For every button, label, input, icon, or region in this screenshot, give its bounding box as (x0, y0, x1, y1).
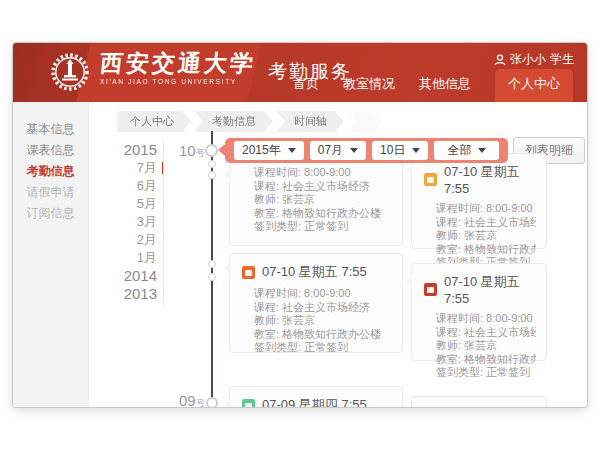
day-suffix: 号 (196, 398, 205, 408)
timeline-node (208, 171, 216, 179)
card-row-course-time: 课程时间: 8:00-9:00 (254, 166, 392, 180)
sidebar-menu: 基本信息 课表信息 考勤信息 请假申请 订阅信息 (13, 102, 88, 224)
type-dropdown-value: 全部 (447, 142, 471, 159)
card-row-course: 课程: 社会主义市场经济 (254, 180, 392, 194)
card-row-course: 课程: 社会主义市场经济 (436, 326, 536, 340)
university-name: 西安交通大学 XI'AN JIAO TONG UNIVERSITY (100, 50, 256, 85)
sidebar-item-leave-request[interactable]: 请假申请 (13, 182, 88, 203)
card-date-title: 07-10 星期五 7:55 (444, 163, 534, 196)
month-nav-january[interactable]: 1月 (101, 249, 157, 267)
university-name-cn: 西安交通大学 (99, 50, 258, 76)
card-row-classroom: 教室: 格物致知行政办公楼 (254, 328, 392, 342)
month-nav-separator (163, 139, 164, 307)
card-row-teacher: 教师: 张芸京 (436, 339, 536, 353)
calendar-status-icon (424, 173, 437, 186)
breadcrumb-personal-center[interactable]: 个人中心 (117, 111, 191, 132)
breadcrumb-timeline[interactable]: 时间轴 (276, 111, 344, 132)
card-header: 07-09 星期四 7:55 (230, 387, 402, 408)
timeline-day-label-09: 09号 (179, 392, 205, 408)
day-suffix: 号 (196, 148, 205, 158)
card-header: 07-10 星期五 7:55 (230, 254, 402, 283)
type-dropdown[interactable]: 全部 (434, 141, 499, 160)
month-nav-july[interactable]: 7月 (101, 159, 157, 177)
nav-item-personal-center[interactable]: 个人中心 (495, 69, 573, 102)
card-row-signin-type: 签到类型: 正常签到 (254, 341, 392, 355)
card-header: 07-10 星期五 7:55 (412, 264, 546, 308)
attendance-card: 07-10 星期五 7:55 课程时间: 8:00-9:00 课程: 社会主义市… (411, 263, 547, 361)
timeline-node (208, 160, 216, 168)
attendance-card (411, 396, 547, 408)
card-row-classroom: 教室: 格物致知行政办公楼 (436, 243, 536, 257)
chevron-down-icon (412, 148, 420, 153)
nav-item-home[interactable]: 首页 (293, 75, 319, 102)
card-row-course: 课程: 社会主义市场经济 (436, 216, 536, 230)
month-nav-2014[interactable]: 2014 (101, 267, 157, 285)
sidebar-item-basic-info[interactable]: 基本信息 (13, 119, 88, 140)
filter-bar: 2015年 07月 10日 全部 (225, 138, 508, 163)
card-row-teacher: 教师: 张芸京 (254, 314, 392, 328)
calendar-status-icon (242, 266, 255, 279)
university-logo-icon (49, 51, 91, 93)
card-date-title: 07-10 星期五 7:55 (444, 273, 534, 306)
card-row-course-time: 课程时间: 8:00-9:00 (254, 287, 392, 301)
year-dropdown-value: 2015年 (242, 142, 281, 159)
calendar-status-icon (242, 399, 255, 409)
timeline-node (205, 144, 218, 157)
nav-item-other-info[interactable]: 其他信息 (419, 75, 471, 102)
chevron-down-icon (350, 148, 358, 153)
card-row-course-time: 课程时间: 8:00-9:00 (436, 312, 536, 326)
month-nav-march[interactable]: 3月 (101, 213, 157, 231)
breadcrumb-trailing-chevron (347, 111, 382, 132)
timeline-node (208, 260, 216, 268)
month-nav-2015[interactable]: 2015 (101, 141, 157, 159)
card-detail-rows: 课程时间: 8:00-9:00 课程: 社会主义市场经济 教师: 张芸京 教室:… (412, 198, 546, 270)
year-dropdown[interactable]: 2015年 (234, 141, 304, 160)
timeline-node (206, 397, 218, 408)
timeline-day-label-10: 10号 (179, 142, 205, 160)
chevron-down-icon (288, 148, 296, 153)
day-dropdown-value: 10日 (380, 142, 405, 159)
card-row-teacher: 教师: 张芸京 (254, 193, 392, 207)
month-nav-june[interactable]: 6月 (101, 177, 157, 195)
chevron-down-icon (478, 148, 486, 153)
user-name: 张小小 (510, 51, 546, 68)
card-row-course-time: 课程时间: 8:00-9:00 (436, 202, 536, 216)
month-dropdown[interactable]: 07月 (310, 141, 366, 160)
day-number: 10 (179, 142, 196, 159)
app-header: 西安交通大学 XI'AN JIAO TONG UNIVERSITY 考勤服务 张… (13, 43, 587, 102)
day-number: 09 (179, 392, 196, 408)
card-row-classroom: 教室: 格物致知行政办公楼 (436, 353, 536, 367)
page-background: 西安交通大学 XI'AN JIAO TONG UNIVERSITY 考勤服务 张… (0, 0, 600, 450)
attendance-card: 07-10 星期五 7:55 课程时间: 8:00-9:00 课程: 社会主义市… (229, 253, 403, 353)
nav-item-classrooms[interactable]: 教室情况 (343, 75, 395, 102)
sidebar-item-attendance-info[interactable]: 考勤信息 (13, 161, 88, 182)
main-nav: 首页 教室情况 其他信息 个人中心 (293, 69, 573, 102)
day-dropdown[interactable]: 10日 (372, 141, 428, 160)
user-icon (494, 54, 506, 66)
sidebar-item-subscription-info[interactable]: 订阅信息 (13, 203, 88, 224)
sidebar-item-schedule-info[interactable]: 课表信息 (13, 140, 88, 161)
month-dropdown-value: 07月 (318, 142, 343, 159)
calendar-status-icon (424, 283, 437, 296)
timeline-month-nav: 2015 7月 6月 5月 3月 2月 1月 2014 2013 (101, 141, 157, 303)
user-info[interactable]: 张小小 学生 (494, 51, 574, 68)
month-nav-2013[interactable]: 2013 (101, 285, 157, 303)
card-row-classroom: 教室: 格物致知行政办公楼 (254, 207, 392, 221)
breadcrumb: 个人中心 考勤信息 时间轴 (117, 111, 382, 132)
month-nav-may[interactable]: 5月 (101, 195, 157, 213)
card-row-signin-type: 签到类型: 正常签到 (436, 366, 536, 380)
card-date-title: 07-09 星期四 7:55 (262, 396, 367, 408)
card-detail-rows: 课程时间: 8:00-9:00 课程: 社会主义市场经济 教师: 张芸京 教室:… (412, 308, 546, 380)
timeline-node (208, 273, 216, 281)
card-detail-rows: 课程时间: 8:00-9:00 课程: 社会主义市场经济 教师: 张芸京 教室:… (230, 283, 402, 355)
breadcrumb-attendance-info[interactable]: 考勤信息 (194, 111, 273, 132)
month-nav-february[interactable]: 2月 (101, 231, 157, 249)
sidebar: 基本信息 课表信息 考勤信息 请假申请 订阅信息 (13, 102, 89, 408)
user-role: 学生 (550, 51, 574, 68)
card-date-title: 07-10 星期五 7:55 (262, 263, 367, 281)
card-row-teacher: 教师: 张芸京 (436, 229, 536, 243)
card-row-signin-type: 签到类型: 正常签到 (254, 220, 392, 234)
attendance-card: 07-10 星期五 7:55 课程时间: 8:00-9:00 课程: 社会主义市… (411, 153, 547, 249)
app-window: 西安交通大学 XI'AN JIAO TONG UNIVERSITY 考勤服务 张… (12, 42, 588, 408)
university-name-en: XI'AN JIAO TONG UNIVERSITY (100, 78, 256, 85)
